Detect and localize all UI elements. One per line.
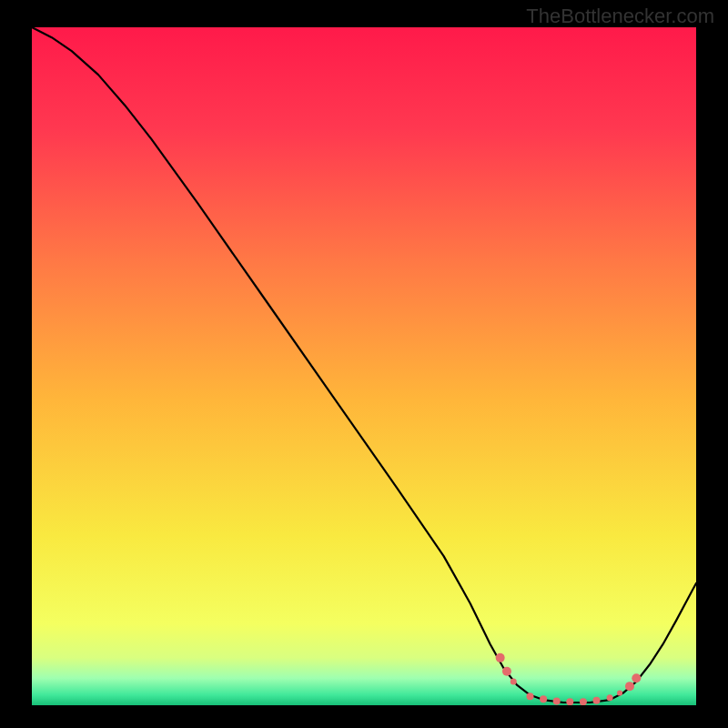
chart-marker <box>502 667 511 676</box>
chart-marker <box>566 698 573 705</box>
watermark-label: TheBottlenecker.com <box>526 5 714 28</box>
chart-marker <box>617 691 622 696</box>
chart-marker <box>511 678 517 684</box>
chart-background <box>32 27 696 705</box>
chart-container: TheBottlenecker.com <box>0 0 728 728</box>
chart-svg <box>32 27 696 705</box>
chart-marker <box>540 695 547 703</box>
chart-marker <box>632 673 641 682</box>
chart-marker <box>625 682 634 691</box>
chart-marker <box>553 698 561 705</box>
chart-marker <box>496 653 505 662</box>
chart-marker <box>527 693 534 700</box>
chart-marker <box>607 694 613 701</box>
chart-marker <box>580 698 587 705</box>
chart-marker <box>593 697 601 704</box>
